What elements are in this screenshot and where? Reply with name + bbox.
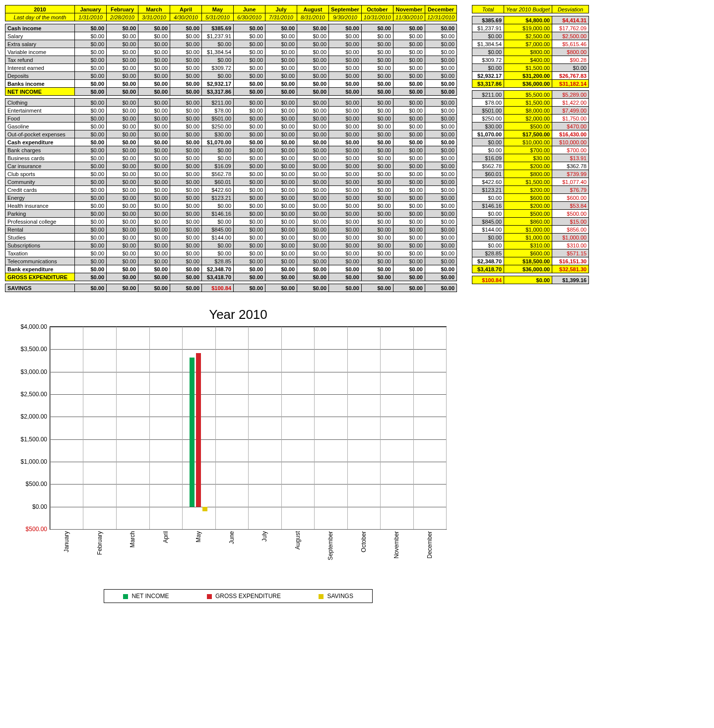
table-row: Tax refund$0.00$0.00$0.00$0.00$0.00$0.00… [5,56,457,64]
table-row: Variable income$0.00$0.00$0.00$0.00$1,38… [5,48,457,56]
summary-row: $1,237.91$19,000.00$17,762.09 [472,24,589,32]
summary-row: $1,070.00$17,500.00$16,430.00 [472,130,589,138]
table-row: Business cards$0.00$0.00$0.00$0.00$0.00$… [5,154,457,162]
summary-row: $3,317.86$36,000.00$31,182.14 [472,80,589,88]
summary-row: $845.00$860.00$15.00 [472,218,589,226]
table-row: Studies$0.00$0.00$0.00$0.00$144.00$0.00$… [5,234,457,242]
summary-row: $2,932.17$31,200.00$26,767.83 [472,72,589,80]
summary-row: $144.00$1,000.00$856.00 [472,226,589,234]
table-row: Community$0.00$0.00$0.00$0.00$60.01$0.00… [5,178,457,186]
table-row: Out-of-pocket expenses$0.00$0.00$0.00$0.… [5,130,457,138]
table-row: Salary$0.00$0.00$0.00$0.00$1,237.91$0.00… [5,32,457,40]
summary-row: $309.72$400.00$90.28 [472,56,589,64]
summary-row: $501.00$8,000.00$7,499.00 [472,107,589,115]
table-row: Rental$0.00$0.00$0.00$0.00$845.00$0.00$0… [5,226,457,234]
chart: Year 2010 $500.00$0.00$500.00$1,000.00$1… [5,307,471,603]
chart-title: Year 2010 [5,307,471,322]
table-row: Interest earned$0.00$0.00$0.00$0.00$309.… [5,64,457,72]
summary-row: $28.85$600.00$571.15 [472,249,589,257]
table-row: SAVINGS$0.00$0.00$0.00$0.00$100.84$0.00$… [5,284,457,292]
summary-row: $100.84$0.00$1,399.16 [472,276,589,284]
bar-gross-expenditure [196,353,201,507]
table-row: Taxation$0.00$0.00$0.00$0.00$0.00$0.00$0… [5,249,457,257]
summary-row: $0.00$2,500.00$2,500.00 [472,32,589,40]
legend-item: SAVINGS [319,593,353,600]
summary-row: $60.01$800.00$739.99 [472,170,589,178]
summary-row: $0.00$700.00$700.00 [472,146,589,154]
summary-row: $0.00$1,500.00$0.00 [472,64,589,72]
summary-row: $0.00$600.00$600.00 [472,194,589,202]
table-row: Energy$0.00$0.00$0.00$0.00$123.21$0.00$0… [5,194,457,202]
table-row: GROSS EXPENDITURE$0.00$0.00$0.00$0.00$3,… [5,273,457,281]
table-row: Food$0.00$0.00$0.00$0.00$501.00$0.00$0.0… [5,115,457,122]
table-row: Bank expenditure$0.00$0.00$0.00$0.00$2,3… [5,265,457,273]
summary-row: $0.00$800.00$800.00 [472,48,589,56]
summary-row: $562.78$200.00$362.78 [472,162,589,170]
summary-row: $146.16$200.00$53.84 [472,202,589,210]
table-row: Cash expenditure$0.00$0.00$0.00$0.00$1,0… [5,138,457,146]
chart-legend: NET INCOME GROSS EXPENDITURE SAVINGS [104,589,373,603]
legend-item: GROSS EXPENDITURE [207,593,281,600]
table-row: Cash income$0.00$0.00$0.00$0.00$385.69$0… [5,24,457,32]
summary-table: TotalYear 2010 BudgetDesviation$385.69$4… [472,5,589,284]
table-row: Credit cards$0.00$0.00$0.00$0.00$422.60$… [5,186,457,194]
summary-row: $2,348.70$18,500.00$16,151.30 [472,257,589,265]
table-row: Banks income$0.00$0.00$0.00$0.00$2,932.1… [5,80,457,88]
table-row: Car insurance$0.00$0.00$0.00$0.00$16.09$… [5,162,457,170]
table-row: Subscriptions$0.00$0.00$0.00$0.00$0.00$0… [5,242,457,249]
summary-row: $0.00$1,000.00$1,000.00 [472,234,589,242]
bar-net-income [190,358,195,507]
table-row: Bank charges$0.00$0.00$0.00$0.00$0.00$0.… [5,146,457,154]
bar-savings [202,507,207,511]
table-row: Telecommunications$0.00$0.00$0.00$0.00$2… [5,257,457,265]
summary-row: $385.69$4,800.00$4,414.31 [472,16,589,24]
table-row: Professional college$0.00$0.00$0.00$0.00… [5,218,457,226]
table-row: Parking$0.00$0.00$0.00$0.00$146.16$0.00$… [5,210,457,218]
summary-row: $0.00$500.00$500.00 [472,210,589,218]
table-row: Extra salary$0.00$0.00$0.00$0.00$0.00$0.… [5,40,457,48]
summary-row: $0.00$10,000.00$10,000.00 [472,138,589,146]
summary-row: $1,384.54$7,000.00$5,615.46 [472,40,589,48]
table-row: Gasoline$0.00$0.00$0.00$0.00$250.00$0.00… [5,122,457,130]
summary-row: $123.21$200.00$76.79 [472,186,589,194]
summary-row: $78.00$1,500.00$1,422.00 [472,99,589,107]
summary-row: $3,418.70$36,000.00$32,581.30 [472,265,589,273]
summary-row: $211.00$5,500.00$5,289.00 [472,91,589,99]
summary-row: $422.60$1,500.00$1,077.40 [472,178,589,186]
summary-row: $250.00$2,000.00$1,750.00 [472,115,589,122]
table-row: Health insurance$0.00$0.00$0.00$0.00$0.0… [5,202,457,210]
summary-row: $16.09$30.00$13.91 [472,154,589,162]
table-row: Clothing$0.00$0.00$0.00$0.00$211.00$0.00… [5,99,457,107]
legend-item: NET INCOME [123,593,169,600]
table-row: Entertainment$0.00$0.00$0.00$0.00$78.00$… [5,107,457,115]
table-row: Deposits$0.00$0.00$0.00$0.00$0.00$0.00$0… [5,72,457,80]
summary-row: $0.00$310.00$310.00 [472,242,589,249]
table-row: Club sports$0.00$0.00$0.00$0.00$562.78$0… [5,170,457,178]
summary-row: $30.00$500.00$470.00 [472,122,589,130]
table-row: NET INCOME$0.00$0.00$0.00$0.00$3,317.86$… [5,88,457,96]
main-table: 2010JanuaryFebruaryMarchAprilMayJuneJuly… [5,5,457,292]
